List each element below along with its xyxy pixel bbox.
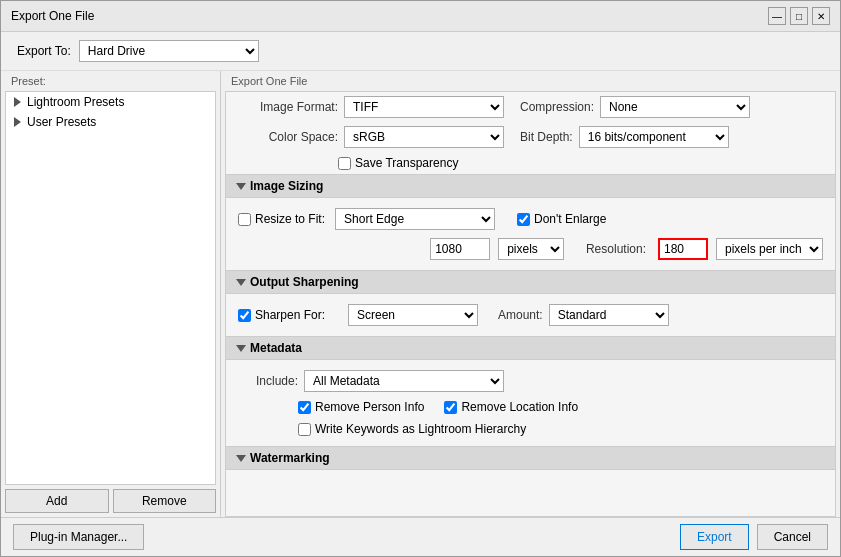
color-space-row: Color Space: sRGB AdobeRGB ProPhoto RGB …: [226, 122, 835, 152]
export-button[interactable]: Export: [680, 524, 749, 550]
amount-select[interactable]: Low Standard High: [549, 304, 669, 326]
dont-enlarge-checkbox[interactable]: [517, 213, 530, 226]
metadata-header[interactable]: Metadata: [226, 336, 835, 360]
pixels-input[interactable]: [430, 238, 490, 260]
export-to-label: Export To:: [17, 44, 71, 58]
resolution-unit-select[interactable]: pixels per inch pixels per cm: [716, 238, 823, 260]
remove-person-label[interactable]: Remove Person Info: [298, 400, 424, 414]
output-sharpening-body: Sharpen For: Screen Matte Paper Glossy P…: [226, 294, 835, 336]
image-sizing-title: Image Sizing: [250, 179, 323, 193]
title-bar-controls: — □ ✕: [768, 7, 830, 25]
dialog-title: Export One File: [11, 9, 94, 23]
save-transparency-checkbox-label[interactable]: Save Transparency: [338, 156, 458, 170]
resolution-input[interactable]: [658, 238, 708, 260]
section-collapse-icon: [236, 183, 246, 190]
resize-to-fit-row: Resize to Fit: Short Edge Long Edge Widt…: [226, 204, 835, 234]
watermarking-header[interactable]: Watermarking: [226, 446, 835, 470]
image-format-select[interactable]: TIFF JPEG PSD DNG: [344, 96, 504, 118]
image-format-row: Image Format: TIFF JPEG PSD DNG Compress…: [226, 92, 835, 122]
remove-person-row: Remove Person Info Remove Location Info: [226, 396, 835, 418]
bottom-bar: Plug-in Manager... Export Cancel: [1, 517, 840, 556]
compression-select[interactable]: None LZW ZIP: [600, 96, 750, 118]
image-format-label: Image Format:: [238, 100, 338, 114]
section-collapse-icon: [236, 279, 246, 286]
compression-label: Compression:: [520, 100, 594, 114]
dont-enlarge-label[interactable]: Don't Enlarge: [517, 212, 606, 226]
plugin-manager-button[interactable]: Plug-in Manager...: [13, 524, 144, 550]
minimize-button[interactable]: —: [768, 7, 786, 25]
watermarking-title: Watermarking: [250, 451, 330, 465]
title-bar: Export One File — □ ✕: [1, 1, 840, 32]
write-keywords-label[interactable]: Write Keywords as Lightroom Hierarchy: [298, 422, 526, 436]
add-button[interactable]: Add: [5, 489, 109, 513]
save-transparency-checkbox[interactable]: [338, 157, 351, 170]
export-to-row: Export To: Hard Drive Email CD/DVD: [1, 32, 840, 71]
remove-button[interactable]: Remove: [113, 489, 217, 513]
image-sizing-header[interactable]: Image Sizing: [226, 174, 835, 198]
export-dialog: Export One File — □ ✕ Export To: Hard Dr…: [0, 0, 841, 557]
sharpen-for-label: Sharpen For:: [255, 308, 325, 322]
metadata-title: Metadata: [250, 341, 302, 355]
remove-person-checkbox[interactable]: [298, 401, 311, 414]
section-collapse-icon: [236, 345, 246, 352]
cancel-button[interactable]: Cancel: [757, 524, 828, 550]
section-collapse-icon: [236, 455, 246, 462]
image-sizing-body: Resize to Fit: Short Edge Long Edge Widt…: [226, 198, 835, 270]
bit-depth-select[interactable]: 8 bits/component 16 bits/component: [579, 126, 729, 148]
close-button[interactable]: ✕: [812, 7, 830, 25]
color-space-label: Color Space:: [238, 130, 338, 144]
include-row: Include: All Metadata Copyright Only Cop…: [226, 366, 835, 396]
sidebar-item-label: Lightroom Presets: [27, 95, 124, 109]
resize-to-fit-checkbox[interactable]: [238, 213, 251, 226]
sharpen-for-row: Sharpen For: Screen Matte Paper Glossy P…: [226, 300, 835, 330]
output-sharpening-header[interactable]: Output Sharpening: [226, 270, 835, 294]
sidebar-buttons: Add Remove: [1, 485, 220, 517]
metadata-body: Include: All Metadata Copyright Only Cop…: [226, 360, 835, 446]
remove-person-text: Remove Person Info: [315, 400, 424, 414]
sidebar-item-label: User Presets: [27, 115, 96, 129]
pixels-unit-select[interactable]: pixels in cm: [498, 238, 564, 260]
include-label: Include:: [238, 374, 298, 388]
sharpen-for-select[interactable]: Screen Matte Paper Glossy Paper: [348, 304, 478, 326]
remove-location-checkbox[interactable]: [444, 401, 457, 414]
bottom-left: Plug-in Manager...: [13, 524, 144, 550]
color-space-select[interactable]: sRGB AdobeRGB ProPhoto RGB: [344, 126, 504, 148]
save-transparency-row: Save Transparency: [226, 152, 835, 174]
resolution-label: Resolution:: [586, 242, 646, 256]
export-to-select[interactable]: Hard Drive Email CD/DVD: [79, 40, 259, 62]
resize-to-fit-label[interactable]: Resize to Fit:: [238, 212, 325, 226]
save-transparency-label: Save Transparency: [355, 156, 458, 170]
right-panel: Export One File Image Format: TIFF JPEG …: [221, 71, 840, 517]
output-sharpening-title: Output Sharpening: [250, 275, 359, 289]
write-keywords-text: Write Keywords as Lightroom Hierarchy: [315, 422, 526, 436]
write-keywords-row: Write Keywords as Lightroom Hierarchy: [226, 418, 835, 440]
amount-label: Amount:: [498, 308, 543, 322]
collapse-icon: [14, 97, 21, 107]
remove-location-label[interactable]: Remove Location Info: [444, 400, 578, 414]
main-content: Preset: Lightroom Presets User Presets A…: [1, 71, 840, 517]
resize-to-fit-text: Resize to Fit:: [255, 212, 325, 226]
right-panel-label: Export One File: [221, 71, 840, 91]
sidebar-item-user-presets[interactable]: User Presets: [6, 112, 215, 132]
include-select[interactable]: All Metadata Copyright Only Copyright & …: [304, 370, 504, 392]
pixels-resolution-row: pixels in cm Resolution: pixels per inch…: [226, 234, 835, 264]
preset-label: Preset:: [1, 71, 220, 91]
bit-depth-label: Bit Depth:: [520, 130, 573, 144]
sharpen-for-checkbox[interactable]: [238, 309, 251, 322]
collapse-icon: [14, 117, 21, 127]
maximize-button[interactable]: □: [790, 7, 808, 25]
sharpen-for-checkbox-label[interactable]: Sharpen For:: [238, 308, 348, 322]
scroll-area[interactable]: Image Format: TIFF JPEG PSD DNG Compress…: [225, 91, 836, 517]
sidebar: Preset: Lightroom Presets User Presets A…: [1, 71, 221, 517]
bottom-right: Export Cancel: [680, 524, 828, 550]
remove-location-text: Remove Location Info: [461, 400, 578, 414]
dont-enlarge-text: Don't Enlarge: [534, 212, 606, 226]
resize-to-fit-select[interactable]: Short Edge Long Edge Width Height Megapi…: [335, 208, 495, 230]
preset-list: Lightroom Presets User Presets: [5, 91, 216, 485]
sidebar-item-lightroom-presets[interactable]: Lightroom Presets: [6, 92, 215, 112]
write-keywords-checkbox[interactable]: [298, 423, 311, 436]
